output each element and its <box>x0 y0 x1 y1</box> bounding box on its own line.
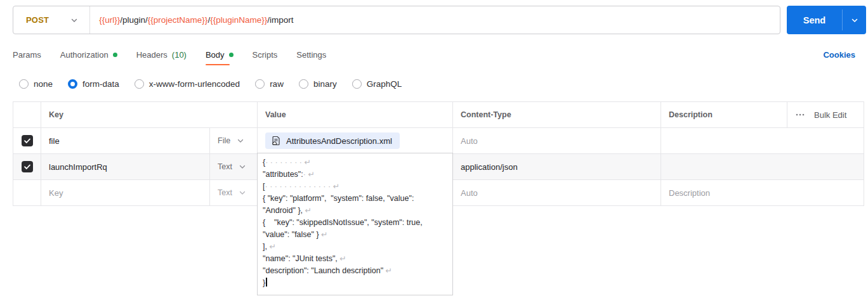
mode-none[interactable]: none <box>19 79 53 89</box>
check-icon <box>23 163 31 171</box>
content-type-cell[interactable]: Auto <box>453 128 661 153</box>
cookies-link[interactable]: Cookies <box>823 50 855 63</box>
attached-file-chip[interactable]: AttributesAndDescription.xml <box>265 132 400 149</box>
send-options-button[interactable] <box>843 6 866 34</box>
checkbox-cell <box>13 128 41 153</box>
radio-icon <box>352 79 362 89</box>
key-cell[interactable]: launchImportRq <box>41 154 210 179</box>
type-select-text[interactable]: Text <box>218 162 246 171</box>
tab-label: Body <box>206 50 225 60</box>
editor-code-text[interactable]: {· · · · · · · · ↵ "attributes":· ↵ [· ·… <box>263 157 447 289</box>
tab-authorization[interactable]: Authorization <box>60 48 117 65</box>
description-cell[interactable] <box>661 154 865 179</box>
type-label: File <box>218 136 230 145</box>
mode-binary[interactable]: binary <box>299 79 337 89</box>
mode-label: x-www-form-urlencoded <box>149 79 240 89</box>
send-button[interactable]: Send <box>787 6 842 34</box>
type-cell: File <box>210 128 258 153</box>
checkbox-cell <box>13 180 41 205</box>
type-cell: Text <box>210 180 258 205</box>
header-bulk-cell: Bulk Edit <box>787 102 865 127</box>
radio-selected-icon <box>68 79 77 89</box>
file-name: AttributesAndDescription.xml <box>286 136 392 146</box>
tab-scripts[interactable]: Scripts <box>253 48 278 65</box>
description-cell[interactable] <box>661 128 865 153</box>
type-label: Text <box>218 162 232 171</box>
body-mode-options: none form-data x-www-form-urlencoded raw… <box>19 76 868 91</box>
form-data-table-wrap: Key Value Content-Type Description Bulk … <box>13 101 864 206</box>
mode-label: binary <box>313 79 337 89</box>
header-description: Description <box>661 102 787 127</box>
status-dot-icon <box>229 53 233 57</box>
bulk-edit-link[interactable]: Bulk Edit <box>814 110 846 120</box>
url-bar: POST {{url}}/plugin/{{projectName}}/{{pl… <box>13 6 780 34</box>
mode-label: GraphQL <box>367 79 402 89</box>
description-cell[interactable]: Description <box>661 180 865 205</box>
header-key: Key <box>41 102 258 127</box>
tab-params[interactable]: Params <box>13 48 41 65</box>
chevron-down-icon <box>239 189 246 197</box>
tab-label: Scripts <box>253 50 278 60</box>
mode-x-www-form-urlencoded[interactable]: x-www-form-urlencoded <box>135 79 240 89</box>
mode-label: raw <box>270 79 284 89</box>
mode-raw[interactable]: raw <box>255 79 284 89</box>
method-select[interactable]: POST <box>13 6 89 34</box>
postman-request-view: POST {{url}}/plugin/{{projectName}}/{{pl… <box>0 0 868 303</box>
key-cell[interactable]: file <box>41 128 210 153</box>
radio-icon <box>255 79 265 89</box>
file-xml-icon <box>271 136 281 146</box>
tab-label: Authorization <box>60 50 109 60</box>
text-cursor <box>266 278 267 287</box>
tab-body[interactable]: Body <box>206 48 233 65</box>
headers-count: (10) <box>172 50 187 60</box>
checkbox-cell <box>13 154 41 179</box>
type-cell: Text <box>210 154 258 179</box>
chevron-down-icon <box>70 16 78 24</box>
chevron-down-icon <box>851 16 858 24</box>
header-checkbox-cell <box>13 102 41 127</box>
chevron-down-icon <box>239 163 246 171</box>
tab-label: Params <box>13 50 41 60</box>
tab-label: Headers <box>136 50 168 60</box>
radio-icon <box>19 79 29 89</box>
bulk-edit-area: Bulk Edit <box>795 110 846 120</box>
table-row-file: file File Attribu <box>13 127 864 153</box>
content-type-cell[interactable]: Auto <box>453 180 661 205</box>
method-label: POST <box>26 15 49 25</box>
url-variable-segment: {{url}} <box>99 15 120 25</box>
status-dot-icon <box>113 53 117 57</box>
send-button-group: Send <box>787 6 866 34</box>
url-text-segment: /import <box>267 15 293 25</box>
table-header-row: Key Value Content-Type Description Bulk … <box>13 102 864 127</box>
mode-label: none <box>34 79 53 89</box>
row-checkbox-checked[interactable] <box>22 161 33 172</box>
request-bar: POST {{url}}/plugin/{{projectName}}/{{pl… <box>13 6 866 34</box>
header-value: Value <box>258 102 453 127</box>
tab-label: Settings <box>296 50 326 60</box>
mode-label: form-data <box>82 79 119 89</box>
type-label: Text <box>218 188 232 197</box>
url-variable-segment: {{projectName}} <box>148 15 208 25</box>
radio-icon <box>299 79 308 89</box>
header-content-type: Content-Type <box>453 102 661 127</box>
value-editor[interactable]: {· · · · · · · · ↵ "attributes":· ↵ [· ·… <box>257 153 453 295</box>
url-text-segment: /plugin/ <box>120 15 148 25</box>
tab-settings[interactable]: Settings <box>296 48 326 65</box>
content-type-cell[interactable]: application/json <box>453 154 661 179</box>
type-select-file[interactable]: File <box>218 136 244 145</box>
mode-graphql[interactable]: GraphQL <box>352 79 402 89</box>
check-icon <box>23 137 31 145</box>
tab-headers[interactable]: Headers (10) <box>136 48 187 65</box>
request-tabs: Params Authorization Headers (10) Body S… <box>13 48 855 65</box>
url-input[interactable]: {{url}}/plugin/{{projectName}}/{{pluginN… <box>90 6 780 34</box>
mode-form-data[interactable]: form-data <box>68 79 119 89</box>
url-variable-segment: {{pluginName}} <box>210 15 267 25</box>
row-checkbox-checked[interactable] <box>22 135 33 146</box>
chevron-down-icon <box>237 137 244 145</box>
value-cell: AttributesAndDescription.xml <box>258 128 453 153</box>
more-options-icon[interactable] <box>795 110 805 120</box>
radio-icon <box>135 79 144 89</box>
key-cell[interactable]: Key <box>41 180 210 205</box>
type-select-text[interactable]: Text <box>218 188 246 197</box>
